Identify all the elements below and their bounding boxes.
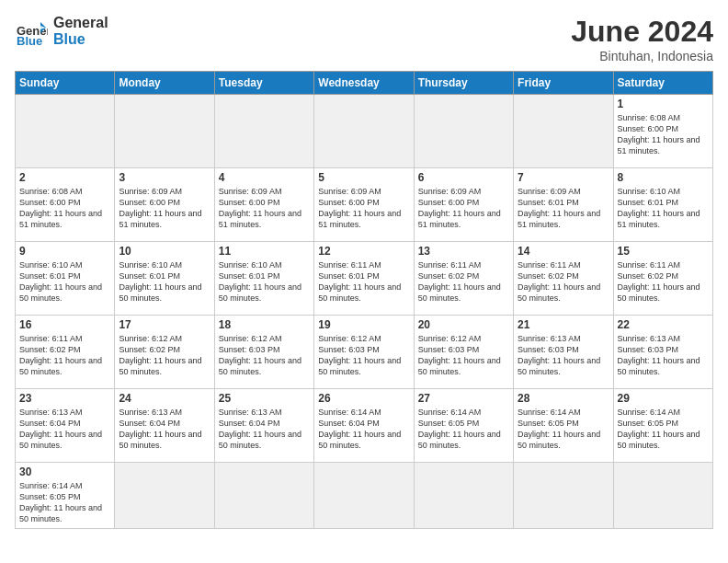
day-info: Sunrise: 6:11 AMSunset: 6:02 PMDaylight:… — [19, 333, 110, 378]
day-number: 13 — [418, 245, 509, 258]
day-info: Sunrise: 6:11 AMSunset: 6:02 PMDaylight:… — [518, 259, 609, 304]
day-number: 12 — [318, 245, 409, 258]
calendar-cell — [514, 95, 613, 168]
calendar-cell: 17Sunrise: 6:12 AMSunset: 6:02 PMDayligh… — [115, 316, 214, 389]
day-info: Sunrise: 6:09 AMSunset: 6:00 PMDaylight:… — [418, 186, 509, 231]
day-number: 11 — [219, 245, 310, 258]
day-info: Sunrise: 6:09 AMSunset: 6:00 PMDaylight:… — [119, 186, 210, 231]
day-number: 21 — [518, 318, 609, 331]
calendar-cell — [16, 95, 115, 168]
calendar-cell: 26Sunrise: 6:14 AMSunset: 6:04 PMDayligh… — [314, 389, 414, 463]
calendar-cell: 15Sunrise: 6:11 AMSunset: 6:02 PMDayligh… — [613, 242, 712, 316]
month-title: June 2024 — [571, 15, 713, 49]
calendar-cell: 24Sunrise: 6:13 AMSunset: 6:04 PMDayligh… — [115, 389, 214, 463]
day-number: 29 — [618, 392, 709, 405]
day-info: Sunrise: 6:14 AMSunset: 6:05 PMDaylight:… — [518, 407, 609, 452]
calendar-cell: 3Sunrise: 6:09 AMSunset: 6:00 PMDaylight… — [115, 168, 214, 242]
day-info: Sunrise: 6:14 AMSunset: 6:05 PMDaylight:… — [618, 407, 709, 452]
calendar-cell: 2Sunrise: 6:08 AMSunset: 6:00 PMDaylight… — [16, 168, 115, 242]
logo-general: General — [53, 15, 108, 31]
calendar-cell: 5Sunrise: 6:09 AMSunset: 6:00 PMDaylight… — [314, 168, 414, 242]
day-info: Sunrise: 6:12 AMSunset: 6:03 PMDaylight:… — [418, 333, 509, 378]
calendar-cell: 10Sunrise: 6:10 AMSunset: 6:01 PMDayligh… — [115, 242, 214, 316]
day-number: 27 — [418, 392, 509, 405]
calendar-cell: 14Sunrise: 6:11 AMSunset: 6:02 PMDayligh… — [514, 242, 613, 316]
day-number: 8 — [618, 171, 709, 184]
calendar-cell: 29Sunrise: 6:14 AMSunset: 6:05 PMDayligh… — [613, 389, 712, 463]
page-header: General Blue General Blue June 2024 Bint… — [15, 15, 713, 63]
calendar-cell: 1Sunrise: 6:08 AMSunset: 6:00 PMDaylight… — [613, 95, 712, 168]
day-number: 22 — [618, 318, 709, 331]
day-number: 16 — [19, 318, 110, 331]
day-info: Sunrise: 6:09 AMSunset: 6:00 PMDaylight:… — [219, 186, 310, 231]
day-info: Sunrise: 6:11 AMSunset: 6:02 PMDaylight:… — [418, 259, 509, 304]
day-info: Sunrise: 6:13 AMSunset: 6:04 PMDaylight:… — [19, 407, 110, 452]
calendar-cell: 8Sunrise: 6:10 AMSunset: 6:01 PMDaylight… — [613, 168, 712, 242]
title-area: June 2024 Bintuhan, Indonesia — [571, 15, 713, 63]
calendar-cell — [414, 463, 513, 529]
day-info: Sunrise: 6:08 AMSunset: 6:00 PMDaylight:… — [618, 112, 709, 157]
calendar-cell — [115, 95, 214, 168]
day-number: 24 — [119, 392, 210, 405]
calendar-cell: 21Sunrise: 6:13 AMSunset: 6:03 PMDayligh… — [514, 316, 613, 389]
day-number: 7 — [518, 171, 609, 184]
calendar-cell — [514, 463, 613, 529]
logo: General Blue General Blue — [15, 15, 108, 48]
day-number: 18 — [219, 318, 310, 331]
calendar-cell — [414, 95, 513, 168]
calendar-cell: 28Sunrise: 6:14 AMSunset: 6:05 PMDayligh… — [514, 389, 613, 463]
col-header-thursday: Thursday — [414, 72, 513, 95]
calendar-cell: 27Sunrise: 6:14 AMSunset: 6:05 PMDayligh… — [414, 389, 513, 463]
calendar-cell: 18Sunrise: 6:12 AMSunset: 6:03 PMDayligh… — [214, 316, 313, 389]
day-info: Sunrise: 6:13 AMSunset: 6:04 PMDaylight:… — [219, 407, 310, 452]
calendar-cell: 6Sunrise: 6:09 AMSunset: 6:00 PMDaylight… — [414, 168, 513, 242]
day-info: Sunrise: 6:10 AMSunset: 6:01 PMDaylight:… — [19, 259, 110, 304]
day-number: 5 — [318, 171, 409, 184]
calendar-cell: 12Sunrise: 6:11 AMSunset: 6:01 PMDayligh… — [314, 242, 414, 316]
day-number: 9 — [19, 245, 110, 258]
day-number: 3 — [119, 171, 210, 184]
day-info: Sunrise: 6:13 AMSunset: 6:03 PMDaylight:… — [618, 333, 709, 378]
day-info: Sunrise: 6:09 AMSunset: 6:00 PMDaylight:… — [318, 186, 409, 231]
calendar-cell: 7Sunrise: 6:09 AMSunset: 6:01 PMDaylight… — [514, 168, 613, 242]
day-number: 1 — [618, 98, 709, 110]
logo-icon: General Blue — [15, 15, 48, 48]
day-number: 19 — [318, 318, 409, 331]
day-number: 28 — [518, 392, 609, 405]
calendar-header-row: SundayMondayTuesdayWednesdayThursdayFrid… — [16, 72, 713, 95]
calendar-cell: 4Sunrise: 6:09 AMSunset: 6:00 PMDaylight… — [214, 168, 313, 242]
day-info: Sunrise: 6:13 AMSunset: 6:04 PMDaylight:… — [119, 407, 210, 452]
col-header-wednesday: Wednesday — [314, 72, 414, 95]
day-info: Sunrise: 6:12 AMSunset: 6:03 PMDaylight:… — [318, 333, 409, 378]
calendar-cell — [613, 463, 712, 529]
calendar-cell: 30Sunrise: 6:14 AMSunset: 6:05 PMDayligh… — [16, 463, 115, 529]
calendar-week-row: 2Sunrise: 6:08 AMSunset: 6:00 PMDaylight… — [16, 168, 713, 242]
col-header-friday: Friday — [514, 72, 613, 95]
day-info: Sunrise: 6:14 AMSunset: 6:04 PMDaylight:… — [318, 407, 409, 452]
day-number: 30 — [19, 465, 110, 478]
calendar-cell: 13Sunrise: 6:11 AMSunset: 6:02 PMDayligh… — [414, 242, 513, 316]
calendar-cell: 25Sunrise: 6:13 AMSunset: 6:04 PMDayligh… — [214, 389, 313, 463]
day-info: Sunrise: 6:10 AMSunset: 6:01 PMDaylight:… — [219, 259, 310, 304]
calendar-week-row: 23Sunrise: 6:13 AMSunset: 6:04 PMDayligh… — [16, 389, 713, 463]
calendar-cell: 9Sunrise: 6:10 AMSunset: 6:01 PMDaylight… — [16, 242, 115, 316]
day-info: Sunrise: 6:09 AMSunset: 6:01 PMDaylight:… — [518, 186, 609, 231]
calendar-cell: 19Sunrise: 6:12 AMSunset: 6:03 PMDayligh… — [314, 316, 414, 389]
location-subtitle: Bintuhan, Indonesia — [571, 49, 713, 63]
day-number: 6 — [418, 171, 509, 184]
day-number: 20 — [418, 318, 509, 331]
day-number: 4 — [219, 171, 310, 184]
day-number: 17 — [119, 318, 210, 331]
day-number: 25 — [219, 392, 310, 405]
logo-blue: Blue — [53, 31, 108, 48]
col-header-saturday: Saturday — [613, 72, 712, 95]
day-info: Sunrise: 6:10 AMSunset: 6:01 PMDaylight:… — [119, 259, 210, 304]
calendar-cell: 23Sunrise: 6:13 AMSunset: 6:04 PMDayligh… — [16, 389, 115, 463]
col-header-tuesday: Tuesday — [214, 72, 313, 95]
calendar-cell — [314, 463, 414, 529]
calendar-week-row: 9Sunrise: 6:10 AMSunset: 6:01 PMDaylight… — [16, 242, 713, 316]
col-header-monday: Monday — [115, 72, 214, 95]
day-info: Sunrise: 6:12 AMSunset: 6:02 PMDaylight:… — [119, 333, 210, 378]
calendar-table: SundayMondayTuesdayWednesdayThursdayFrid… — [15, 71, 713, 529]
calendar-cell — [314, 95, 414, 168]
